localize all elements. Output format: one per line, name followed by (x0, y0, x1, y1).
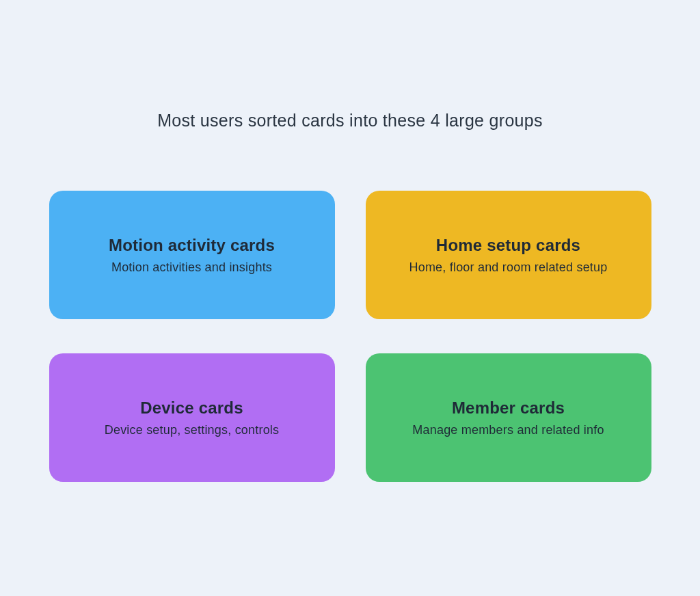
card-description: Device setup, settings, controls (105, 423, 280, 437)
card-title: Motion activity cards (109, 236, 275, 255)
card-title: Device cards (140, 398, 243, 418)
card-title: Home setup cards (436, 236, 580, 255)
diagram-heading: Most users sorted cards into these 4 lar… (157, 111, 543, 131)
card-grid: Motion activity cards Motion activities … (49, 191, 651, 482)
card-motion-activity: Motion activity cards Motion activities … (49, 191, 335, 319)
diagram-container: Most users sorted cards into these 4 lar… (0, 0, 700, 596)
card-device: Device cards Device setup, settings, con… (49, 353, 335, 482)
card-description: Manage members and related info (412, 423, 604, 437)
card-description: Motion activities and insights (111, 260, 272, 275)
card-member: Member cards Manage members and related … (366, 353, 651, 482)
card-home-setup: Home setup cards Home, floor and room re… (366, 191, 651, 319)
card-description: Home, floor and room related setup (409, 260, 608, 275)
card-title: Member cards (452, 398, 565, 418)
